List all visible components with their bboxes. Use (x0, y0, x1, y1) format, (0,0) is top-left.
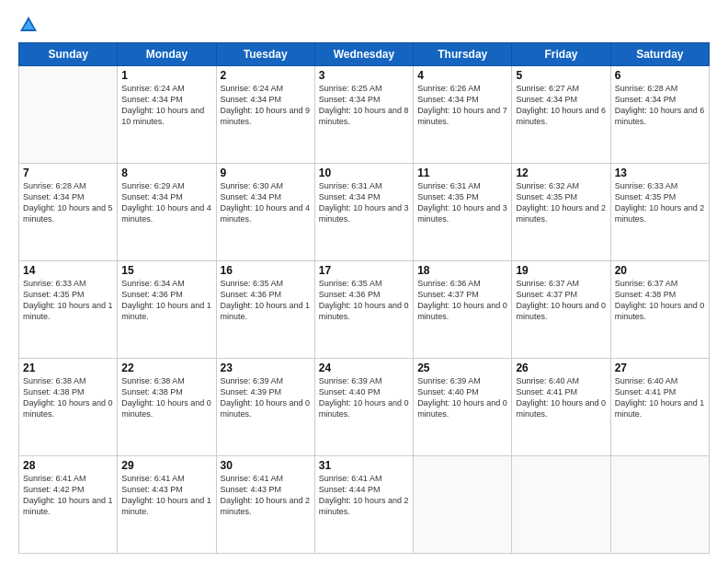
day-number: 3 (319, 69, 409, 82)
logo-icon (18, 15, 39, 35)
day-number: 24 (319, 362, 409, 374)
day-number: 2 (221, 69, 311, 82)
day-info: Sunrise: 6:32 AM Sunset: 4:35 PM Dayligh… (516, 180, 606, 225)
calendar-cell: 8Sunrise: 6:29 AM Sunset: 4:34 PM Daylig… (118, 164, 216, 261)
day-number: 31 (319, 459, 409, 472)
calendar-cell: 6Sunrise: 6:28 AM Sunset: 4:34 PM Daylig… (610, 66, 709, 164)
day-number: 18 (417, 264, 507, 277)
day-info: Sunrise: 6:37 AM Sunset: 4:37 PM Dayligh… (516, 278, 606, 323)
day-info: Sunrise: 6:38 AM Sunset: 4:38 PM Dayligh… (23, 375, 113, 420)
day-info: Sunrise: 6:39 AM Sunset: 4:40 PM Dayligh… (417, 375, 507, 420)
day-number: 17 (319, 264, 409, 277)
calendar-cell: 28Sunrise: 6:41 AM Sunset: 4:42 PM Dayli… (19, 456, 118, 554)
day-info: Sunrise: 6:24 AM Sunset: 4:34 PM Dayligh… (121, 83, 211, 128)
day-info: Sunrise: 6:35 AM Sunset: 4:36 PM Dayligh… (319, 278, 409, 323)
day-info: Sunrise: 6:24 AM Sunset: 4:34 PM Dayligh… (221, 83, 311, 128)
day-info: Sunrise: 6:41 AM Sunset: 4:42 PM Dayligh… (23, 473, 113, 518)
calendar-cell: 26Sunrise: 6:40 AM Sunset: 4:41 PM Dayli… (512, 359, 610, 456)
day-number: 10 (319, 167, 409, 179)
day-info: Sunrise: 6:41 AM Sunset: 4:43 PM Dayligh… (121, 473, 211, 518)
day-number: 13 (615, 167, 705, 179)
day-number: 16 (221, 264, 311, 277)
day-info: Sunrise: 6:34 AM Sunset: 4:36 PM Dayligh… (121, 278, 211, 323)
day-number: 4 (417, 69, 507, 82)
calendar-cell: 1Sunrise: 6:24 AM Sunset: 4:34 PM Daylig… (118, 66, 216, 164)
calendar-week-3: 14Sunrise: 6:33 AM Sunset: 4:35 PM Dayli… (19, 261, 710, 359)
day-number: 6 (615, 69, 705, 82)
day-info: Sunrise: 6:38 AM Sunset: 4:38 PM Dayligh… (121, 375, 211, 420)
calendar-week-1: 1Sunrise: 6:24 AM Sunset: 4:34 PM Daylig… (19, 66, 710, 164)
day-number: 28 (23, 459, 113, 472)
calendar-cell: 11Sunrise: 6:31 AM Sunset: 4:35 PM Dayli… (414, 164, 512, 261)
day-info: Sunrise: 6:28 AM Sunset: 4:34 PM Dayligh… (23, 180, 113, 225)
day-number: 7 (23, 167, 113, 179)
calendar-cell: 29Sunrise: 6:41 AM Sunset: 4:43 PM Dayli… (118, 456, 216, 554)
calendar-cell: 10Sunrise: 6:31 AM Sunset: 4:34 PM Dayli… (314, 164, 413, 261)
header (18, 15, 710, 35)
day-number: 21 (23, 362, 113, 374)
day-info: Sunrise: 6:40 AM Sunset: 4:41 PM Dayligh… (516, 375, 606, 420)
day-number: 15 (121, 264, 211, 277)
calendar-cell: 12Sunrise: 6:32 AM Sunset: 4:35 PM Dayli… (512, 164, 610, 261)
day-info: Sunrise: 6:30 AM Sunset: 4:34 PM Dayligh… (221, 180, 311, 225)
weekday-header-row: SundayMondayTuesdayWednesdayThursdayFrid… (19, 43, 710, 66)
day-info: Sunrise: 6:41 AM Sunset: 4:44 PM Dayligh… (319, 473, 409, 518)
calendar-cell: 3Sunrise: 6:25 AM Sunset: 4:34 PM Daylig… (314, 66, 413, 164)
day-info: Sunrise: 6:40 AM Sunset: 4:41 PM Dayligh… (615, 375, 705, 420)
calendar-cell: 21Sunrise: 6:38 AM Sunset: 4:38 PM Dayli… (19, 359, 118, 456)
calendar-cell: 19Sunrise: 6:37 AM Sunset: 4:37 PM Dayli… (512, 261, 610, 359)
calendar-cell: 14Sunrise: 6:33 AM Sunset: 4:35 PM Dayli… (19, 261, 118, 359)
day-number: 26 (516, 362, 606, 374)
day-number: 11 (417, 167, 507, 179)
calendar-week-4: 21Sunrise: 6:38 AM Sunset: 4:38 PM Dayli… (19, 359, 710, 456)
day-info: Sunrise: 6:26 AM Sunset: 4:34 PM Dayligh… (417, 83, 507, 128)
calendar-cell: 31Sunrise: 6:41 AM Sunset: 4:44 PM Dayli… (314, 456, 413, 554)
day-number: 25 (417, 362, 507, 374)
calendar-cell: 4Sunrise: 6:26 AM Sunset: 4:34 PM Daylig… (414, 66, 512, 164)
day-info: Sunrise: 6:41 AM Sunset: 4:43 PM Dayligh… (221, 473, 311, 518)
day-number: 5 (516, 69, 606, 82)
calendar-cell: 30Sunrise: 6:41 AM Sunset: 4:43 PM Dayli… (216, 456, 314, 554)
calendar-cell: 23Sunrise: 6:39 AM Sunset: 4:39 PM Dayli… (216, 359, 314, 456)
calendar-cell: 9Sunrise: 6:30 AM Sunset: 4:34 PM Daylig… (216, 164, 314, 261)
weekday-header-wednesday: Wednesday (314, 43, 413, 66)
calendar-cell (512, 456, 610, 554)
day-number: 9 (221, 167, 311, 179)
day-info: Sunrise: 6:33 AM Sunset: 4:35 PM Dayligh… (615, 180, 705, 225)
calendar-table: SundayMondayTuesdayWednesdayThursdayFrid… (18, 42, 710, 554)
calendar-cell: 18Sunrise: 6:36 AM Sunset: 4:37 PM Dayli… (414, 261, 512, 359)
day-number: 22 (121, 362, 211, 374)
day-number: 23 (221, 362, 311, 374)
day-info: Sunrise: 6:36 AM Sunset: 4:37 PM Dayligh… (417, 278, 507, 323)
calendar-cell: 13Sunrise: 6:33 AM Sunset: 4:35 PM Dayli… (610, 164, 709, 261)
calendar-cell: 20Sunrise: 6:37 AM Sunset: 4:38 PM Dayli… (610, 261, 709, 359)
day-number: 29 (121, 459, 211, 472)
day-info: Sunrise: 6:29 AM Sunset: 4:34 PM Dayligh… (121, 180, 211, 225)
day-info: Sunrise: 6:37 AM Sunset: 4:38 PM Dayligh… (615, 278, 705, 323)
logo (18, 15, 42, 35)
day-number: 19 (516, 264, 606, 277)
page: SundayMondayTuesdayWednesdayThursdayFrid… (0, 0, 728, 563)
calendar-cell: 2Sunrise: 6:24 AM Sunset: 4:34 PM Daylig… (216, 66, 314, 164)
calendar-week-5: 28Sunrise: 6:41 AM Sunset: 4:42 PM Dayli… (19, 456, 710, 554)
weekday-header-saturday: Saturday (610, 43, 709, 66)
day-info: Sunrise: 6:33 AM Sunset: 4:35 PM Dayligh… (23, 278, 113, 323)
day-number: 30 (221, 459, 311, 472)
calendar-cell: 5Sunrise: 6:27 AM Sunset: 4:34 PM Daylig… (512, 66, 610, 164)
day-info: Sunrise: 6:39 AM Sunset: 4:40 PM Dayligh… (319, 375, 409, 420)
day-info: Sunrise: 6:35 AM Sunset: 4:36 PM Dayligh… (221, 278, 311, 323)
calendar-cell: 15Sunrise: 6:34 AM Sunset: 4:36 PM Dayli… (118, 261, 216, 359)
day-info: Sunrise: 6:31 AM Sunset: 4:35 PM Dayligh… (417, 180, 507, 225)
day-number: 27 (615, 362, 705, 374)
calendar-cell: 17Sunrise: 6:35 AM Sunset: 4:36 PM Dayli… (314, 261, 413, 359)
weekday-header-monday: Monday (118, 43, 216, 66)
calendar-cell: 16Sunrise: 6:35 AM Sunset: 4:36 PM Dayli… (216, 261, 314, 359)
day-number: 1 (121, 69, 211, 82)
calendar-cell (610, 456, 709, 554)
day-number: 14 (23, 264, 113, 277)
calendar-cell: 7Sunrise: 6:28 AM Sunset: 4:34 PM Daylig… (19, 164, 118, 261)
day-info: Sunrise: 6:27 AM Sunset: 4:34 PM Dayligh… (516, 83, 606, 128)
calendar-week-2: 7Sunrise: 6:28 AM Sunset: 4:34 PM Daylig… (19, 164, 710, 261)
calendar-cell (414, 456, 512, 554)
day-info: Sunrise: 6:25 AM Sunset: 4:34 PM Dayligh… (319, 83, 409, 128)
